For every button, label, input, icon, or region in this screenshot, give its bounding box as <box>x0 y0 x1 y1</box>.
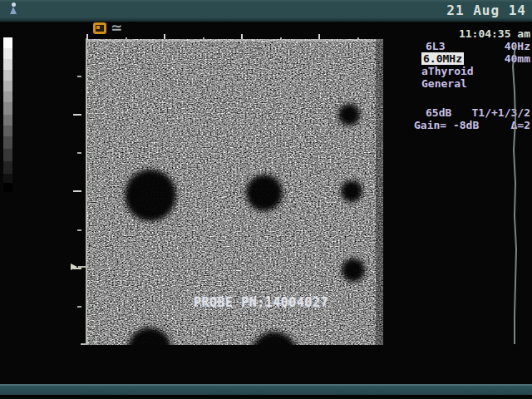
orientation-marker-icon <box>93 22 106 34</box>
flip-indicator-icon: ≃ <box>111 19 122 36</box>
focus-marker-dash <box>78 266 86 268</box>
transducer-label: 6L3 <box>426 40 445 52</box>
frequency-value: 6.0MHz <box>421 52 464 65</box>
ruler-tick <box>73 190 81 192</box>
patient-icon-body <box>10 7 17 14</box>
tgc-curve <box>504 42 525 347</box>
focus-marker-icon <box>71 264 77 270</box>
patient-icon <box>10 2 18 16</box>
ruler-tick <box>77 306 81 308</box>
anechoic-target <box>125 170 176 221</box>
ultrasound-image: PROBE PN:14004027 <box>87 39 383 345</box>
ultrasound-screen: 21 Aug 14 ≃ <box>0 0 532 399</box>
title-bar: 21 Aug 14 <box>0 0 532 22</box>
gain-value: -8dB <box>453 119 479 131</box>
dynamic-range-value: 65dB <box>426 106 451 119</box>
ruler-tick <box>77 229 81 231</box>
date-display: 21 Aug 14 <box>446 2 526 18</box>
gain-label: Gain= <box>414 119 446 131</box>
ruler-tick <box>77 76 81 77</box>
ruler-tick <box>77 152 81 154</box>
anechoic-target <box>341 180 362 202</box>
time-display: 11:04:35 am <box>411 27 532 40</box>
anechoic-target <box>342 259 365 282</box>
probe-overlay-text: PROBE PN:14004027 <box>194 295 328 310</box>
anechoic-target <box>338 104 360 126</box>
ruler-tick <box>73 114 81 116</box>
bottom-status-bar <box>0 384 532 395</box>
anechoic-target <box>246 175 283 211</box>
left-ruler-ticks <box>0 38 86 345</box>
